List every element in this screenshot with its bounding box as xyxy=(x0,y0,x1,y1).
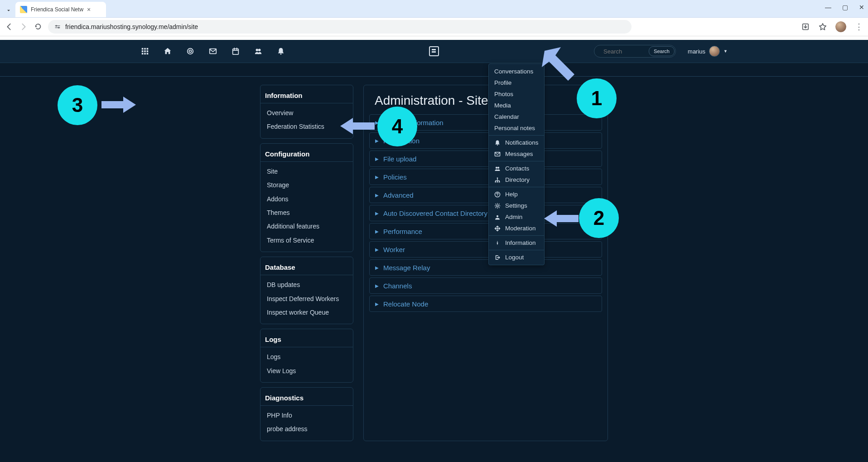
user-menu-label: Media xyxy=(494,102,511,109)
accordion-section[interactable]: ▶Advanced xyxy=(369,187,602,203)
accordion-label: Policies xyxy=(383,173,407,181)
caret-down-icon: ▼ xyxy=(723,49,728,53)
chevron-right-icon: ▶ xyxy=(375,211,379,216)
search-input[interactable] xyxy=(603,48,645,55)
user-menu-item[interactable]: Calendar xyxy=(489,111,544,122)
sidebar-item-php-info[interactable]: PHP Info xyxy=(260,409,353,422)
sidebar-item-terms-of-service[interactable]: Terms of Service xyxy=(260,233,353,247)
sidebar-heading: Diagnostics xyxy=(260,392,353,406)
reload-button[interactable] xyxy=(34,23,43,31)
annotation-arrow-1 xyxy=(542,47,583,88)
accordion-section[interactable]: ▶Channels xyxy=(369,277,602,294)
accordion-label: File upload xyxy=(383,155,416,163)
back-button[interactable] xyxy=(5,23,14,31)
user-menu-label: Personal notes xyxy=(494,125,535,131)
friendica-logo[interactable] xyxy=(429,46,439,56)
user-menu-item[interactable]: Contacts xyxy=(489,163,544,174)
contacts-icon[interactable] xyxy=(254,47,263,56)
sidebar-item-probe-address[interactable]: probe address xyxy=(260,422,353,436)
chevron-right-icon: ▶ xyxy=(375,247,379,252)
calendar-icon[interactable] xyxy=(231,47,240,56)
chrome-profile-avatar[interactable] xyxy=(835,21,846,32)
annotation-badge-3: 3 xyxy=(58,85,97,125)
user-menu-label: Help xyxy=(505,191,518,198)
browser-tab[interactable]: Friendica Social Netw × xyxy=(15,2,106,17)
sidebar-item-inspect-deferred-workers[interactable]: Inspect Deferred Workers xyxy=(260,292,353,306)
user-menu-item[interactable]: Personal notes xyxy=(489,122,544,134)
sidebar-item-additional-features[interactable]: Additional features xyxy=(260,219,353,233)
user-menu-label: Logout xyxy=(505,254,524,261)
user-menu-label: Calendar xyxy=(494,113,519,120)
maximize-button[interactable]: ▢ xyxy=(842,4,848,11)
community-icon[interactable] xyxy=(186,47,195,56)
accordion-section[interactable]: ▶Relocate Node xyxy=(369,296,602,312)
user-menu-item[interactable]: Photos xyxy=(489,88,544,100)
accordion-section[interactable]: ▶Message Relay xyxy=(369,259,602,276)
accordion-section[interactable]: ▶File upload xyxy=(369,151,602,167)
question-icon xyxy=(494,191,501,198)
sitemap-icon xyxy=(494,177,501,183)
user-menu-label: Notifications xyxy=(505,139,539,146)
user-menu-item[interactable]: Conversations xyxy=(489,66,544,77)
username-label: marius xyxy=(688,48,705,55)
annotation-badge-4: 4 xyxy=(377,107,417,146)
home-icon[interactable] xyxy=(163,47,172,56)
user-menu-label: Admin xyxy=(505,214,522,220)
user-menu-item[interactable]: Moderation xyxy=(489,223,544,234)
close-window-button[interactable]: ✕ xyxy=(859,4,864,11)
user-menu-item[interactable]: Help xyxy=(489,189,544,200)
sidebar-heading: Database xyxy=(260,262,353,275)
chrome-titlebar: Friendica Social Netw × — ▢ ✕ xyxy=(0,0,868,18)
accordion-section[interactable]: ▶Worker xyxy=(369,241,602,258)
minimize-button[interactable]: — xyxy=(825,4,831,11)
apps-grid-icon[interactable] xyxy=(140,47,149,56)
user-menu-item[interactable]: Profile xyxy=(489,77,544,88)
chevron-right-icon: ▶ xyxy=(375,283,379,288)
sidebar-card-logs: Logs Logs View Logs xyxy=(260,329,353,383)
user-menu-item[interactable]: Information xyxy=(489,237,544,248)
gear-icon xyxy=(494,203,501,209)
tab-title: Friendica Social Netw xyxy=(31,6,83,13)
chevron-right-icon: ▶ xyxy=(375,229,379,234)
sidebar-item-addons[interactable]: Addons xyxy=(260,192,353,206)
search-button[interactable]: Search xyxy=(649,46,675,56)
tab-close-icon[interactable]: × xyxy=(87,6,91,13)
user-avatar xyxy=(709,46,720,57)
chrome-toolbar: friendica.mariushosting.synology.me/admi… xyxy=(0,18,868,36)
notifications-icon[interactable] xyxy=(276,47,285,56)
sidebar-heading: Configuration xyxy=(260,148,353,162)
bookmark-star-icon[interactable] xyxy=(818,23,827,31)
search-box[interactable]: Search xyxy=(594,45,676,58)
forward-button[interactable] xyxy=(19,23,28,31)
sidebar-item-view-logs[interactable]: View Logs xyxy=(260,364,353,378)
annotation-arrow-4 xyxy=(336,118,379,134)
accordion-section[interactable]: ▶Policies xyxy=(369,169,602,185)
accordion-label: Message Relay xyxy=(383,264,430,272)
install-app-icon[interactable] xyxy=(801,23,810,31)
sidebar-item-db-updates[interactable]: DB updates xyxy=(260,278,353,292)
user-menu-item[interactable]: Admin xyxy=(489,211,544,223)
user-menu-label: Information xyxy=(505,239,536,246)
sidebar-item-storage[interactable]: Storage xyxy=(260,178,353,192)
chevron-right-icon: ▶ xyxy=(375,156,379,161)
user-menu-trigger[interactable]: marius ▼ xyxy=(688,46,728,57)
messages-icon[interactable] xyxy=(208,47,217,56)
chrome-menu-icon[interactable]: ⋮ xyxy=(854,22,863,32)
chevron-right-icon: ▶ xyxy=(375,175,379,180)
sidebar-item-themes[interactable]: Themes xyxy=(260,206,353,219)
sidebar-item-inspect-worker-queue[interactable]: Inspect worker Queue xyxy=(260,306,353,319)
user-menu-item[interactable]: Messages xyxy=(489,148,544,160)
user-menu-item[interactable]: Logout xyxy=(489,252,544,263)
sidebar-item-logs[interactable]: Logs xyxy=(260,350,353,364)
site-settings-icon[interactable] xyxy=(54,24,61,30)
user-menu-item[interactable]: Settings xyxy=(489,200,544,211)
user-menu-item[interactable]: Media xyxy=(489,100,544,111)
sidebar-card-diagnostics: Diagnostics PHP Info probe address xyxy=(260,387,353,441)
user-menu-item[interactable]: Directory xyxy=(489,174,544,185)
sidebar-item-site[interactable]: Site xyxy=(260,165,353,178)
address-bar[interactable]: friendica.mariushosting.synology.me/admi… xyxy=(48,20,632,34)
accordion-label: Auto Discovered Contact Directory xyxy=(383,209,487,217)
tab-list-dropdown[interactable] xyxy=(3,5,14,16)
user-menu-item[interactable]: Notifications xyxy=(489,137,544,148)
user-menu-label: Profile xyxy=(494,79,511,86)
